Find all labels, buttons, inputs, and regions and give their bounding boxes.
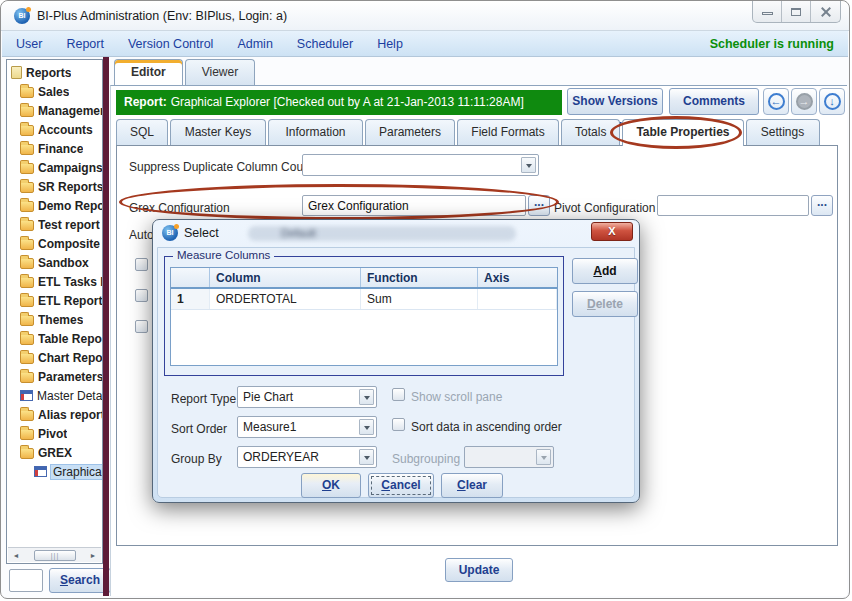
report-type-select[interactable]: Pie Chart bbox=[237, 386, 377, 408]
show-versions-button[interactable]: Show Versions bbox=[567, 88, 663, 115]
tree-item-chart-reports[interactable]: Chart Repo bbox=[7, 348, 102, 367]
comments-button[interactable]: Comments bbox=[669, 88, 759, 115]
tab-sql[interactable]: SQL bbox=[116, 119, 168, 145]
report-type-label: Report Type bbox=[171, 392, 236, 406]
search-button[interactable]: Search bbox=[49, 568, 111, 593]
group-by-value: ORDERYEAR bbox=[243, 450, 319, 464]
table-row[interactable]: 1 ORDERTOTAL Sum bbox=[171, 289, 557, 310]
scroll-left-icon[interactable]: ◄ bbox=[10, 550, 22, 561]
scroll-right-icon[interactable]: ► bbox=[87, 550, 99, 561]
tree-item-finance[interactable]: Finance bbox=[7, 139, 102, 158]
menu-scheduler[interactable]: Scheduler bbox=[297, 37, 353, 51]
cell-rownum: 1 bbox=[171, 289, 210, 309]
subgrouping-select[interactable] bbox=[464, 446, 554, 468]
show-scroll-pane-checkbox[interactable] bbox=[392, 388, 405, 401]
tree-item-graphical-explorer[interactable]: Graphical E bbox=[7, 462, 102, 481]
tree-item-grex[interactable]: GREX bbox=[7, 443, 102, 462]
tree-item-demo-repo[interactable]: Demo Repo bbox=[7, 196, 102, 215]
report-tree: Reports Sales Management Accounts Financ… bbox=[7, 60, 102, 481]
folder-icon bbox=[20, 372, 34, 383]
option-checkbox-2[interactable] bbox=[135, 289, 148, 302]
down-arrow-icon: ↓ bbox=[824, 93, 841, 110]
report-grid-icon bbox=[34, 466, 47, 477]
sort-ascending-checkbox[interactable] bbox=[392, 418, 405, 431]
tree-item-campaigns[interactable]: Campaigns bbox=[7, 158, 102, 177]
tree-item-themes[interactable]: Themes bbox=[7, 310, 102, 329]
tree-item-parameters[interactable]: Parameters bbox=[7, 367, 102, 386]
close-icon bbox=[820, 7, 832, 17]
tree-item-etl-reports[interactable]: ETL Reports bbox=[7, 291, 102, 310]
folder-icon bbox=[20, 296, 34, 307]
tab-master-keys[interactable]: Master Keys bbox=[170, 119, 266, 145]
cell-function: Sum bbox=[361, 289, 478, 309]
maximize-button[interactable] bbox=[782, 1, 811, 22]
tree-item-etl-tasks[interactable]: ETL Tasks L bbox=[7, 272, 102, 291]
folder-icon bbox=[20, 125, 34, 136]
sort-ascending-label: Sort data in ascending order bbox=[411, 420, 562, 434]
tree-item-test-report[interactable]: Test report bbox=[7, 215, 102, 234]
dialog-title-bar[interactable]: Default BI Select X bbox=[153, 220, 639, 247]
option-checkbox-3[interactable] bbox=[135, 320, 148, 333]
menu-report[interactable]: Report bbox=[66, 37, 104, 51]
tab-editor[interactable]: Editor bbox=[114, 59, 183, 85]
header-rownum bbox=[171, 268, 210, 287]
tree-item-sandbox[interactable]: Sandbox bbox=[7, 253, 102, 272]
download-button[interactable]: ↓ bbox=[819, 88, 845, 115]
tab-parameters[interactable]: Parameters bbox=[365, 119, 455, 145]
tree-horizontal-scrollbar[interactable]: ◄ ||| ► bbox=[8, 547, 101, 562]
tree-item-management[interactable]: Management bbox=[7, 101, 102, 120]
tree-item-master-detail[interactable]: Master Detail bbox=[7, 386, 102, 405]
measure-columns-table[interactable]: Column Function Axis 1 ORDERTOTAL Sum bbox=[170, 267, 558, 366]
sort-order-select[interactable]: Measure1 bbox=[237, 416, 377, 438]
menu-bar: User Report Version Control Admin Schedu… bbox=[2, 31, 848, 57]
tree-item-accounts[interactable]: Accounts bbox=[7, 120, 102, 139]
folder-icon bbox=[20, 410, 34, 421]
suppress-duplicate-select[interactable] bbox=[302, 154, 539, 176]
tree-item-pivot[interactable]: Pivot bbox=[7, 424, 102, 443]
menu-admin[interactable]: Admin bbox=[237, 37, 272, 51]
scrollbar-thumb[interactable]: ||| bbox=[34, 550, 76, 561]
title-bar: BI BI-Plus Administration (Env: BIPlus, … bbox=[1, 1, 849, 31]
delete-button[interactable]: Delete bbox=[572, 291, 638, 317]
sidebar-splitter[interactable] bbox=[103, 57, 109, 596]
tab-information[interactable]: Information bbox=[268, 119, 363, 145]
tree-item-alias-report[interactable]: Alias report bbox=[7, 405, 102, 424]
folder-icon bbox=[20, 239, 34, 250]
tree-item-table-reports[interactable]: Table Repo bbox=[7, 329, 102, 348]
folder-icon bbox=[20, 163, 34, 174]
clear-button[interactable]: Clear bbox=[441, 473, 503, 498]
tab-annotation-ellipse bbox=[610, 116, 742, 149]
pivot-browse-button[interactable]: ... bbox=[811, 195, 833, 216]
reports-root-icon bbox=[11, 66, 22, 79]
ok-button[interactable]: OK bbox=[301, 473, 361, 498]
menu-help[interactable]: Help bbox=[377, 37, 403, 51]
update-button[interactable]: Update bbox=[445, 558, 513, 582]
back-button[interactable]: ← bbox=[763, 88, 789, 115]
add-button[interactable]: Add bbox=[572, 258, 638, 284]
tree-item-composite[interactable]: Composite bbox=[7, 234, 102, 253]
tab-settings[interactable]: Settings bbox=[746, 119, 820, 145]
folder-icon bbox=[20, 315, 34, 326]
folder-icon bbox=[20, 353, 34, 364]
menu-user[interactable]: User bbox=[16, 37, 42, 51]
report-type-value: Pie Chart bbox=[243, 390, 293, 404]
group-by-select[interactable]: ORDERYEAR bbox=[237, 446, 377, 468]
tree-item-sr-reports[interactable]: SR Reports bbox=[7, 177, 102, 196]
pivot-configuration-field[interactable] bbox=[657, 195, 809, 216]
search-input[interactable] bbox=[9, 569, 43, 592]
app-icon: BI bbox=[14, 8, 30, 24]
dialog-app-icon: BI bbox=[162, 225, 178, 241]
report-banner-prefix: Report: bbox=[124, 95, 167, 109]
dialog-close-button[interactable]: X bbox=[591, 222, 633, 241]
menu-version-control[interactable]: Version Control bbox=[128, 37, 213, 51]
cancel-button[interactable]: Cancel bbox=[368, 473, 434, 498]
minimize-button[interactable] bbox=[753, 1, 782, 22]
tree-item-sales[interactable]: Sales bbox=[7, 82, 102, 101]
tab-viewer[interactable]: Viewer bbox=[185, 59, 255, 85]
close-button[interactable] bbox=[811, 1, 840, 22]
option-checkbox-1[interactable] bbox=[135, 258, 148, 271]
tab-field-formats[interactable]: Field Formats bbox=[457, 119, 559, 145]
forward-button[interactable]: → bbox=[791, 88, 817, 115]
pivot-configuration-label: Pivot Configuration bbox=[554, 201, 655, 215]
tree-item-reports[interactable]: Reports bbox=[7, 63, 102, 82]
